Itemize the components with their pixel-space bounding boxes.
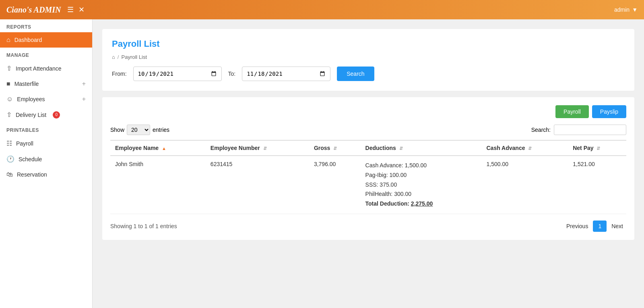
breadcrumb-home-icon[interactable]: ⌂: [112, 54, 115, 60]
deduction-philhealth: PhilHealth: 300.00: [365, 191, 411, 197]
sidebar-item-dashboard[interactable]: ⌂ Dashboard: [0, 32, 92, 48]
chevron-down-icon: ▼: [632, 6, 638, 13]
main-content: Payroll List ⌂ / Payroll List From: To: …: [93, 19, 644, 308]
sidebar-item-schedule[interactable]: 🕐 Schedule: [0, 151, 92, 167]
menu-icon[interactable]: ☰: [67, 5, 74, 14]
sidebar: REPORTS ⌂ Dashboard Manage ⇧ Import Atte…: [0, 19, 93, 308]
sidebar-item-payroll[interactable]: ☷ Payroll: [0, 135, 92, 151]
cart-icon: 🛍: [6, 171, 13, 178]
deduction-sss: SSS: 375.00: [365, 181, 397, 188]
breadcrumb-separator: /: [118, 54, 119, 60]
cell-deductions: Cash Advance: 1,500.00 Pag-Ibig: 100.00 …: [361, 156, 482, 214]
show-entries: Show 10 20 50 100 entries: [110, 125, 169, 135]
pagination-info: Showing 1 to 1 of 1 entries: [110, 223, 177, 229]
table-card: Payroll Payslip Show 10 20 50 100 entrie…: [102, 97, 634, 240]
sidebar-item-label: Delivery List: [16, 112, 46, 118]
delivery-badge: 0: [53, 111, 60, 119]
sidebar-item-employees[interactable]: ☺ Employees +: [0, 92, 92, 107]
close-icon[interactable]: ✕: [78, 5, 85, 14]
to-label: To:: [228, 71, 236, 77]
user-menu[interactable]: admin ▼: [614, 6, 638, 13]
sidebar-item-reservation[interactable]: 🛍 Reservation: [0, 167, 92, 182]
next-button[interactable]: Next: [608, 221, 626, 231]
cell-employee-number: 6231415: [206, 156, 309, 214]
delivery-icon: ⇧: [6, 111, 12, 119]
sidebar-item-masterfile[interactable]: ■ Masterfile +: [0, 76, 92, 92]
previous-button[interactable]: Previous: [563, 221, 591, 231]
table-header-row: Employee Name ▲ Employee Number ⇵ Gross …: [110, 140, 626, 156]
breadcrumb: ⌂ / Payroll List: [112, 54, 625, 60]
sidebar-item-import-attendance[interactable]: ⇧ Import Attendance: [0, 60, 92, 76]
col-net-pay[interactable]: Net Pay ⇵: [568, 140, 626, 156]
person-icon: ☺: [6, 96, 13, 103]
entries-label: entries: [153, 127, 169, 133]
sort-icon: ⇵: [597, 146, 600, 151]
expand-icon: +: [82, 96, 86, 103]
col-employee-name[interactable]: Employee Name ▲: [110, 140, 206, 156]
pagination-buttons: Previous 1 Next: [563, 221, 626, 232]
sort-icon: ⇵: [399, 146, 403, 151]
col-deductions[interactable]: Deductions ⇵: [361, 140, 482, 156]
payroll-table: Employee Name ▲ Employee Number ⇵ Gross …: [110, 140, 626, 214]
search-button[interactable]: Search: [337, 67, 374, 81]
payroll-button[interactable]: Payroll: [555, 105, 589, 118]
payslip-button[interactable]: Payslip: [592, 105, 626, 118]
list-icon: ☷: [6, 139, 12, 147]
col-employee-number[interactable]: Employee Number ⇵: [206, 140, 309, 156]
grid-icon: ■: [6, 80, 10, 87]
sidebar-item-label: Employees: [17, 96, 45, 102]
brand-logo: Ciano's ADMIN: [6, 5, 61, 15]
breadcrumb-current: Payroll List: [121, 54, 147, 60]
sidebar-item-label: Dashboard: [14, 37, 42, 43]
table-search-input[interactable]: [554, 125, 626, 135]
pagination-row: Showing 1 to 1 of 1 entries Previous 1 N…: [110, 221, 626, 232]
deduction-total: Total Deduction: 2,275.00: [365, 200, 433, 207]
action-row: Payroll Payslip: [110, 105, 626, 118]
col-cash-advance[interactable]: Cash Advance ⇵: [481, 140, 568, 156]
table-controls: Show 10 20 50 100 entries Search:: [110, 125, 626, 135]
sidebar-item-delivery-list[interactable]: ⇧ Delivery List 0: [0, 107, 92, 123]
search-label: Search:: [531, 127, 551, 133]
topbar: Ciano's ADMIN ☰ ✕ admin ▼: [0, 0, 644, 19]
page-header-card: Payroll List ⌂ / Payroll List From: To: …: [102, 29, 634, 91]
to-date-input[interactable]: [242, 67, 330, 81]
cell-gross: 3,796.00: [309, 156, 361, 214]
clock-icon: 🕐: [6, 155, 14, 163]
sidebar-item-label: Import Attendance: [16, 65, 62, 72]
expand-icon: +: [82, 80, 86, 87]
page-title: Payroll List: [112, 39, 625, 49]
table-search: Search:: [531, 125, 626, 135]
user-name: admin: [614, 6, 630, 13]
deduction-pag-ibig: Pag-Ibig: 100.00: [365, 172, 407, 178]
reports-section-title: REPORTS: [0, 19, 92, 32]
sidebar-item-label: Reservation: [17, 171, 47, 178]
from-label: From:: [112, 71, 127, 77]
show-label: Show: [110, 127, 124, 133]
sidebar-item-label: Masterfile: [14, 81, 39, 87]
sort-icon: ⇵: [528, 146, 532, 151]
page-1-button[interactable]: 1: [593, 221, 607, 232]
printables-section-title: Printables: [0, 123, 92, 135]
sort-icon: ⇵: [263, 146, 267, 151]
filter-row: From: To: Search: [112, 67, 625, 81]
sort-asc-icon: ▲: [162, 146, 166, 151]
sort-icon: ⇵: [333, 146, 337, 151]
entries-select[interactable]: 10 20 50 100: [127, 125, 150, 135]
sidebar-item-label: Schedule: [19, 156, 42, 162]
from-date-input[interactable]: [133, 67, 222, 81]
cell-employee-name: John Smith: [110, 156, 206, 214]
upload-icon: ⇧: [6, 65, 12, 72]
manage-section-title: Manage: [0, 48, 92, 60]
col-gross[interactable]: Gross ⇵: [309, 140, 361, 156]
sidebar-item-label: Payroll: [16, 140, 33, 147]
cell-net-pay: 1,521.00: [568, 156, 626, 214]
cell-cash-advance: 1,500.00: [481, 156, 568, 214]
table-row: John Smith 6231415 3,796.00 Cash Advance…: [110, 156, 626, 214]
deduction-cash-advance: Cash Advance: 1,500.00: [365, 162, 427, 169]
home-icon: ⌂: [6, 36, 10, 44]
